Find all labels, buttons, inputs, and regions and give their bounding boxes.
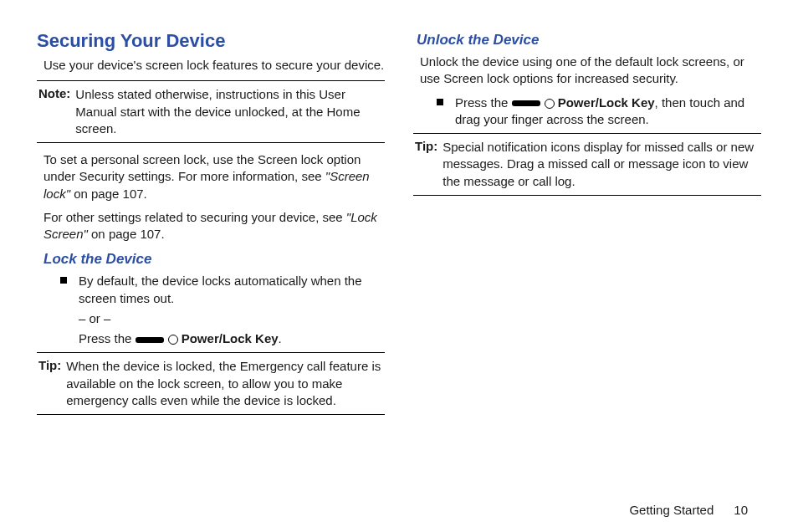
key-bar-icon [136, 337, 164, 343]
intro-paragraph: Use your device's screen lock features t… [43, 57, 385, 74]
note-label: Note: [38, 86, 70, 100]
page-footer: Getting Started 10 [629, 503, 748, 517]
unlock-intro: Unlock the device using one of the defau… [420, 54, 761, 88]
footer-section: Getting Started [629, 503, 714, 517]
body-paragraph-1: To set a personal screen lock, use the S… [43, 151, 385, 202]
key-circle-icon [168, 335, 178, 345]
list-item: Press the Power/Lock Key, then touch and… [437, 95, 761, 129]
or-divider: – or – [79, 310, 385, 327]
key-circle-icon [545, 99, 555, 109]
tip-text: Special notification icons display for m… [442, 139, 760, 190]
press-the-text: Press the [455, 95, 512, 110]
tip-text: When the device is locked, the Emergency… [66, 358, 383, 409]
unlock-steps-list: Press the Power/Lock Key, then touch and… [437, 95, 761, 129]
list-item-text: By default, the device locks automatical… [79, 273, 385, 307]
power-lock-key-icon [136, 335, 178, 345]
body-paragraph-1a: To set a personal screen lock, use the S… [43, 152, 361, 183]
manual-page: Securing Your Device Use your device's s… [0, 0, 798, 532]
power-lock-key-icon [512, 99, 555, 109]
power-lock-key-label: Power/Lock Key [555, 95, 655, 110]
power-lock-key-label: Power/Lock Key [178, 331, 279, 345]
tip-label: Tip: [415, 139, 437, 153]
tip-block-1: Tip: When the device is locked, the Emer… [37, 352, 385, 415]
footer-page-number: 10 [734, 503, 748, 517]
period: . [279, 331, 282, 345]
press-line: Press the Power/Lock Key. [79, 330, 385, 347]
key-bar-icon [512, 100, 540, 106]
left-column: Securing Your Device Use your device's s… [37, 30, 385, 423]
lock-steps-list: By default, the device locks automatical… [60, 273, 385, 347]
list-item: By default, the device locks automatical… [60, 273, 385, 347]
right-column: Unlock the Device Unlock the device usin… [413, 30, 761, 423]
press-the-text: Press the [79, 331, 136, 345]
tip-label: Tip: [38, 358, 61, 372]
body-paragraph-1b: on page 107. [70, 187, 147, 201]
sub-heading-unlock: Unlock the Device [417, 32, 761, 49]
note-text: Unless stated otherwise, instructions in… [75, 86, 383, 137]
sub-heading-lock: Lock the Device [43, 251, 385, 268]
note-block-1: Note: Unless stated otherwise, instructi… [37, 80, 385, 143]
tip-block-2: Tip: Special notification icons display … [413, 133, 761, 196]
section-heading: Securing Your Device [37, 30, 385, 52]
body-paragraph-2: For other settings related to securing y… [43, 209, 385, 243]
body-paragraph-2a: For other settings related to securing y… [43, 210, 346, 224]
body-paragraph-2b: on page 107. [88, 227, 165, 241]
two-column-layout: Securing Your Device Use your device's s… [37, 30, 761, 423]
